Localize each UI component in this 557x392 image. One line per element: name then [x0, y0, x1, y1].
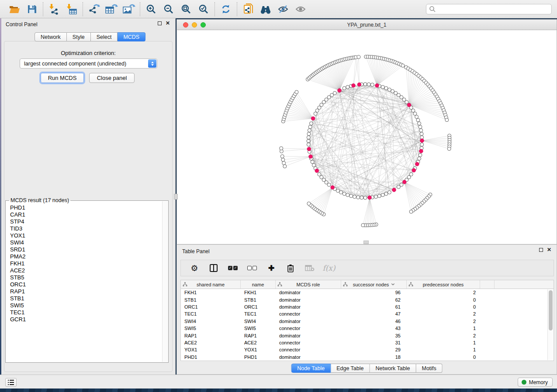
zoom-fit-icon[interactable]	[180, 3, 193, 15]
table-cell[interactable]: 0	[407, 354, 480, 360]
table-cell[interactable]: 0	[407, 304, 480, 309]
task-history-button[interactable]	[5, 378, 17, 387]
table-cell[interactable]: 46	[341, 319, 407, 324]
tab-edge-table[interactable]: Edge Table	[331, 364, 370, 373]
tab-mcds[interactable]: MCDS	[118, 32, 145, 41]
table-cell[interactable]: YOX1	[181, 347, 241, 352]
table-cell[interactable]: 2	[407, 290, 480, 295]
table-cell[interactable]: STB1	[181, 297, 241, 303]
table-cell[interactable]: 31	[341, 340, 407, 345]
deselect-all-icon[interactable]	[246, 262, 258, 274]
table-cell[interactable]: dominator	[276, 297, 341, 303]
close-panel-icon[interactable]: ✕	[166, 21, 170, 25]
search-input[interactable]	[436, 5, 551, 13]
mcds-result-item[interactable]: ACE2	[7, 267, 162, 274]
table-cell[interactable]: 47	[341, 311, 407, 316]
column-header-successor-nodes[interactable]: successor nodes	[341, 280, 407, 289]
add-column-icon[interactable]: ✚	[266, 262, 277, 274]
tab-style[interactable]: Style	[67, 32, 91, 41]
column-header-mcds-role[interactable]: MCDS role	[276, 280, 341, 289]
table-cell[interactable]: 35	[341, 333, 407, 338]
table-row[interactable]: SWI4SWI4dominator462	[181, 318, 554, 325]
table-cell[interactable]: 1	[407, 340, 480, 345]
select-all-icon[interactable]: ✓✓	[227, 262, 239, 274]
table-cell[interactable]: SWI4	[181, 319, 241, 324]
table-cell[interactable]: connector	[276, 340, 341, 345]
table-cell[interactable]: 2	[407, 311, 480, 316]
table-cell[interactable]: dominator	[276, 304, 341, 309]
table-cell[interactable]: 2	[407, 319, 480, 324]
table-cell[interactable]: PHD1	[241, 354, 276, 360]
network-canvas[interactable]	[177, 30, 557, 244]
network-window-titlebar[interactable]: YPA_prune.txt_1	[177, 20, 557, 30]
mcds-result-item[interactable]: STP4	[7, 218, 162, 225]
mcds-result-item[interactable]: ORC1	[7, 281, 162, 288]
open-file-icon[interactable]	[8, 3, 21, 15]
table-cell[interactable]: RAP1	[181, 333, 241, 338]
float-table-panel-icon[interactable]	[539, 248, 543, 252]
table-cell[interactable]: dominator	[276, 319, 341, 324]
split-view-icon[interactable]	[208, 262, 219, 274]
table-row[interactable]: STB1STB1dominator620	[181, 296, 554, 303]
criterion-dropdown[interactable]: largest connected component (undirected)	[20, 58, 157, 69]
mcds-result-item[interactable]: CAR1	[7, 211, 162, 218]
zoom-out-icon[interactable]	[162, 3, 175, 15]
mcds-result-item[interactable]: RAP1	[7, 288, 162, 295]
table-cell[interactable]: connector	[276, 326, 341, 331]
table-row[interactable]: FKH1FKH1dominator962	[181, 289, 554, 296]
table-cell[interactable]: FKH1	[241, 290, 276, 295]
table-scrollbar[interactable]	[547, 289, 553, 360]
table-cell[interactable]: YOX1	[241, 347, 276, 352]
tab-select[interactable]: Select	[91, 32, 118, 41]
table-cell[interactable]: dominator	[276, 290, 341, 295]
search-field[interactable]	[426, 4, 552, 14]
table-cell[interactable]: ACE2	[181, 340, 241, 345]
close-panel-button[interactable]: Close panel	[89, 73, 135, 83]
table-cell[interactable]: dominator	[276, 354, 341, 360]
table-cell[interactable]: RAP1	[241, 333, 276, 338]
table-cell[interactable]: FKH1	[181, 290, 241, 295]
tab-network-table[interactable]: Network Table	[370, 364, 416, 373]
table-cell[interactable]: 96	[341, 290, 407, 295]
mcds-result-item[interactable]: FKH1	[7, 260, 162, 267]
close-table-panel-icon[interactable]: ✕	[547, 248, 551, 252]
delete-column-icon[interactable]	[285, 262, 296, 274]
table-cell[interactable]: connector	[276, 311, 341, 316]
column-header-name[interactable]: name	[241, 280, 276, 289]
memory-button[interactable]: Memory	[518, 378, 553, 387]
horizontal-splitter-handle[interactable]	[363, 241, 369, 244]
zoom-in-icon[interactable]	[145, 3, 158, 15]
export-network-icon[interactable]	[87, 3, 100, 15]
table-cell[interactable]: 18	[341, 354, 407, 360]
table-cell[interactable]: 43	[341, 326, 407, 331]
table-cell[interactable]: TEC1	[241, 311, 276, 316]
refresh-icon[interactable]	[219, 3, 232, 15]
table-row[interactable]: TEC1TEC1connector472	[181, 310, 554, 317]
mcds-result-item[interactable]: TID3	[7, 225, 162, 232]
mcds-result-item[interactable]: PMA2	[7, 253, 162, 260]
mcds-result-item[interactable]: PHD1	[7, 204, 162, 211]
float-panel-icon[interactable]	[158, 21, 162, 25]
mcds-list-scrollbar[interactable]	[162, 201, 168, 362]
table-cell[interactable]: SWI5	[241, 326, 276, 331]
tab-node-table[interactable]: Node Table	[291, 364, 331, 373]
vertical-splitter-handle[interactable]	[174, 194, 178, 199]
column-header-shared-name[interactable]: shared name	[181, 280, 241, 289]
binoculars-icon[interactable]	[259, 3, 272, 15]
mcds-result-item[interactable]: TEC1	[7, 309, 162, 316]
import-table-icon[interactable]	[65, 3, 78, 15]
table-cell[interactable]: ORC1	[181, 304, 241, 309]
table-row[interactable]: PHD1PHD1dominator180	[181, 354, 554, 361]
table-cell[interactable]: ORC1	[241, 304, 276, 309]
table-cell[interactable]: connector	[276, 347, 341, 352]
tab-network[interactable]: Network	[35, 32, 67, 41]
table-cell[interactable]: dominator	[276, 333, 341, 338]
table-row[interactable]: YOX1YOX1connector291	[181, 346, 554, 353]
mcds-result-item[interactable]: STB5	[7, 274, 162, 281]
run-mcds-button[interactable]: Run MCDS	[41, 73, 84, 83]
column-header-predecessor-nodes[interactable]: predecessor nodes	[407, 280, 480, 289]
table-cell[interactable]: 62	[341, 297, 407, 303]
tab-motifs[interactable]: Motifs	[416, 364, 442, 373]
table-cell[interactable]: 1	[407, 347, 480, 352]
import-network-icon[interactable]	[48, 3, 61, 15]
